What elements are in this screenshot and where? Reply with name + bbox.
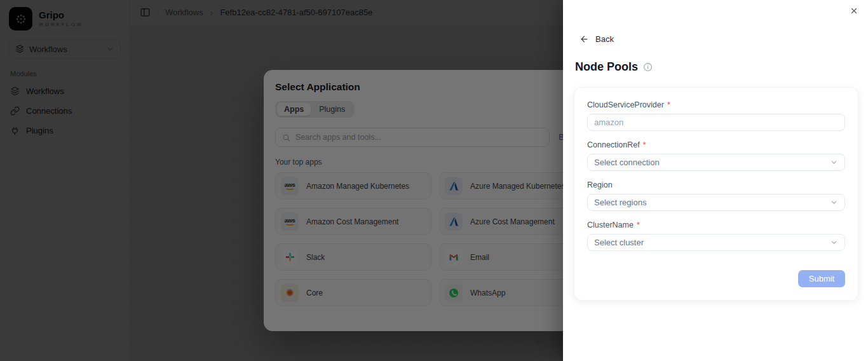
required-asterisk: * [667, 100, 670, 109]
screen: Gripo WORKFLOW Workflows Modules Workflo… [0, 0, 868, 361]
select-placeholder: Select regions [594, 198, 830, 207]
field-label: ClusterName [587, 221, 634, 229]
field-label: ConnectionRef [587, 140, 640, 149]
chevron-down-icon [830, 158, 838, 167]
connection-ref-select[interactable]: Select connection [587, 154, 845, 171]
chevron-down-icon [830, 238, 838, 247]
node-pools-panel: Back Node Pools CloudServiceProvider* [563, 0, 868, 361]
field-region: Region Select regions [587, 180, 845, 211]
submit-button[interactable]: Submit [798, 270, 845, 287]
back-button[interactable]: Back [580, 34, 614, 44]
chevron-down-icon [830, 198, 838, 207]
required-asterisk: * [637, 221, 640, 229]
node-pools-form: CloudServiceProvider* ConnectionRef* Sel… [574, 87, 858, 301]
info-icon[interactable] [643, 62, 653, 72]
field-label: Region [587, 180, 613, 189]
panel-title-row: Node Pools [575, 60, 653, 74]
cloud-service-provider-input[interactable] [594, 118, 838, 127]
arrow-left-icon [580, 34, 589, 44]
select-placeholder: Select cluster [594, 238, 830, 247]
cluster-name-select[interactable]: Select cluster [587, 234, 845, 251]
field-label: CloudServiceProvider [587, 100, 664, 109]
back-label: Back [595, 34, 614, 44]
select-placeholder: Select connection [594, 158, 830, 167]
region-select[interactable]: Select regions [587, 194, 845, 211]
panel-title: Node Pools [575, 60, 638, 74]
required-asterisk: * [643, 140, 646, 149]
close-icon[interactable] [848, 5, 860, 17]
field-connection-ref: ConnectionRef* Select connection [587, 140, 845, 171]
field-cluster-name: ClusterName* Select cluster [587, 221, 845, 251]
field-cloud-service-provider: CloudServiceProvider* [587, 100, 845, 131]
